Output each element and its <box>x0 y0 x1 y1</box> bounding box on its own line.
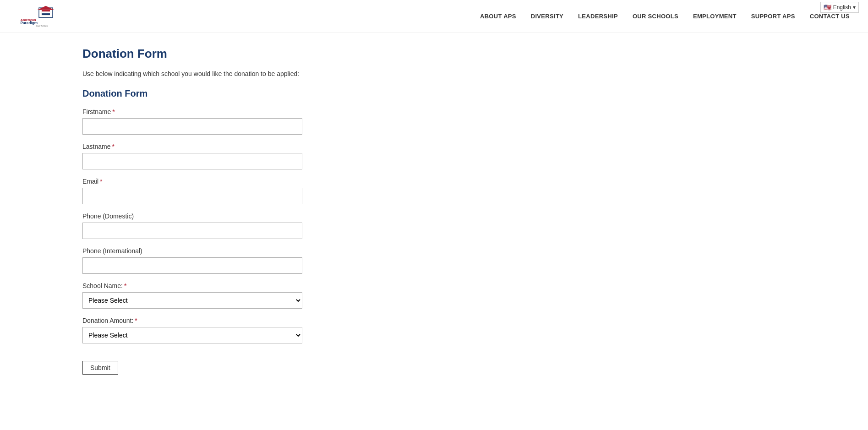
firstname-group: Firstname* <box>82 108 786 135</box>
lastname-required: * <box>112 143 114 150</box>
language-flag: 🇺🇸 <box>824 4 831 11</box>
page-title: Donation Form <box>82 47 786 61</box>
nav-employment[interactable]: EMPLOYMENT <box>693 13 737 20</box>
firstname-label: Firstname* <box>82 108 786 115</box>
school-required: * <box>124 282 126 289</box>
nav-our-schools[interactable]: OUR SCHOOLS <box>633 13 678 20</box>
phone-international-label: Phone (International) <box>82 247 786 255</box>
firstname-required: * <box>112 108 115 115</box>
donation-form: Firstname* Lastname* Email* Phone (Domes… <box>82 108 786 375</box>
lastname-label: Lastname* <box>82 143 786 150</box>
donation-amount-group: Donation Amount:* Please Select <box>82 317 786 343</box>
donation-amount-label: Donation Amount:* <box>82 317 786 324</box>
nav-leadership[interactable]: LEADERSHIP <box>578 13 618 20</box>
svg-rect-3 <box>42 10 50 12</box>
lastname-group: Lastname* <box>82 143 786 169</box>
logo-area[interactable]: American Paradigm SCHOOLS <box>18 4 73 29</box>
svg-text:SCHOOLS: SCHOOLS <box>36 24 48 27</box>
school-name-group: School Name:* Please Select <box>82 282 786 309</box>
school-name-label: School Name:* <box>82 282 786 289</box>
email-label: Email* <box>82 178 786 185</box>
phone-domestic-input[interactable] <box>82 223 302 239</box>
nav-contact-us[interactable]: CONTACT US <box>810 13 850 20</box>
svg-rect-5 <box>42 13 50 15</box>
school-name-select[interactable]: Please Select <box>82 292 302 309</box>
email-input[interactable] <box>82 188 302 204</box>
phone-international-input[interactable] <box>82 257 302 274</box>
svg-text:Paradigm: Paradigm <box>21 21 38 25</box>
phone-domestic-group: Phone (Domestic) <box>82 212 786 239</box>
site-header: American Paradigm SCHOOLS ABOUT APS DIVE… <box>0 0 868 33</box>
phone-domestic-label: Phone (Domestic) <box>82 212 786 220</box>
main-nav: ABOUT APS DIVERSITY LEADERSHIP OUR SCHOO… <box>480 13 850 20</box>
intro-text: Use below indicating which school you wo… <box>82 70 786 77</box>
language-label: English <box>833 4 851 11</box>
chevron-down-icon: ▾ <box>853 4 856 11</box>
language-selector[interactable]: 🇺🇸 English ▾ <box>820 2 859 13</box>
donation-required: * <box>135 317 137 324</box>
email-required: * <box>100 178 102 185</box>
submit-button[interactable]: Submit <box>82 361 118 375</box>
nav-about-aps[interactable]: ABOUT APS <box>480 13 516 20</box>
nav-support-aps[interactable]: SUPPORT APS <box>751 13 795 20</box>
donation-amount-select[interactable]: Please Select <box>82 327 302 343</box>
main-content: Donation Form Use below indicating which… <box>0 33 868 402</box>
svg-rect-4 <box>42 11 50 13</box>
lastname-input[interactable] <box>82 153 302 169</box>
form-section-title: Donation Form <box>82 88 786 99</box>
firstname-input[interactable] <box>82 118 302 135</box>
site-logo: American Paradigm SCHOOLS <box>18 4 73 29</box>
nav-diversity[interactable]: DIVERSITY <box>531 13 563 20</box>
phone-international-group: Phone (International) <box>82 247 786 274</box>
email-group: Email* <box>82 178 786 204</box>
